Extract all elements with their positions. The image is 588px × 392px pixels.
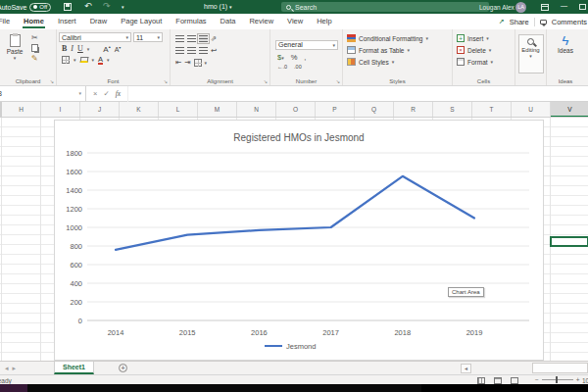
user-name[interactable]: Lougan Alex <box>479 4 514 11</box>
column-header-H[interactable]: H <box>2 102 41 118</box>
document-title[interactable]: hmo (1) ▾ <box>204 3 232 10</box>
align-middle-icon[interactable] <box>187 35 196 42</box>
format-cells-button[interactable]: Format▾ <box>455 56 513 68</box>
sheet-nav-left-icon[interactable]: ◂ <box>5 365 13 371</box>
sheet-tab-sheet1[interactable]: Sheet1 <box>54 362 94 374</box>
chart-object[interactable]: Registered HMOs in Jesmond02004006008001… <box>54 120 544 361</box>
column-header-M[interactable]: M <box>198 102 237 118</box>
tab-help[interactable]: Help <box>310 14 338 29</box>
decrease-indent-icon[interactable]: ⇤ <box>175 58 181 67</box>
maximize-icon[interactable] <box>579 4 586 10</box>
insert-cells-button[interactable]: + Insert▾ <box>455 32 513 44</box>
clipboard-launcher-icon[interactable]: ↘ <box>50 78 54 84</box>
merge-center-icon[interactable] <box>194 59 202 67</box>
conditional-formatting-button[interactable]: Conditional Formatting▾ <box>345 32 450 44</box>
font-color-icon[interactable]: A <box>98 56 103 65</box>
align-center-icon[interactable] <box>187 47 196 54</box>
tab-data[interactable]: Data <box>214 14 243 29</box>
format-painter-icon[interactable]: ✎ <box>31 54 38 63</box>
tab-file[interactable]: File <box>0 14 17 29</box>
insert-function-icon[interactable]: fx <box>116 89 121 98</box>
borders-icon[interactable] <box>62 56 70 64</box>
tab-draw[interactable]: Draw <box>83 14 115 29</box>
grow-font-button[interactable]: A▴ <box>103 44 110 54</box>
ideas-button[interactable]: ϟ Ideas <box>549 32 582 54</box>
autosave-toggle[interactable]: Off <box>29 3 51 12</box>
comments-button[interactable]: Comments <box>552 18 587 26</box>
align-top-icon[interactable] <box>175 35 184 42</box>
underline-button[interactable]: U <box>77 44 83 53</box>
tab-page-layout[interactable]: Page Layout <box>114 14 169 29</box>
column-header-L[interactable]: L <box>159 102 198 118</box>
column-header-Q[interactable]: Q <box>355 102 394 118</box>
increase-decimal-icon[interactable]: ←.0 <box>277 64 287 70</box>
paste-button[interactable]: Paste ▾ <box>3 34 26 61</box>
delete-cells-button[interactable]: × Delete▾ <box>455 44 513 56</box>
comma-style-icon[interactable]: , <box>304 53 306 62</box>
wrap-text-icon[interactable]: ↩ <box>211 46 217 55</box>
column-header-U[interactable]: U <box>512 102 551 118</box>
shrink-font-button[interactable]: A▾ <box>115 45 122 53</box>
borders-caret-icon[interactable]: ▾ <box>74 57 76 63</box>
paste-caret-icon[interactable]: ▾ <box>3 55 26 61</box>
font-size-select[interactable]: 11▾ <box>133 32 163 42</box>
share-button[interactable]: Share <box>510 18 529 26</box>
ribbon-display-options-icon[interactable] <box>541 4 549 11</box>
add-sheet-button[interactable]: + <box>119 364 127 372</box>
sheet-nav-right-icon[interactable]: ▸ <box>13 365 21 371</box>
tab-review[interactable]: Review <box>242 14 280 29</box>
column-header-S[interactable]: S <box>433 102 472 118</box>
alignment-launcher-icon[interactable]: ↘ <box>264 78 268 84</box>
increase-indent-icon[interactable]: ⇥ <box>184 58 190 67</box>
qat-customize-caret-icon[interactable]: ▾ <box>122 4 124 10</box>
column-header-P[interactable]: P <box>316 102 355 118</box>
zoom-percentage[interactable]: 100% <box>582 377 588 384</box>
column-header-N[interactable]: N <box>237 102 276 118</box>
format-as-table-button[interactable]: Format as Table▾ <box>345 44 450 56</box>
copy-icon[interactable] <box>31 44 38 52</box>
percent-style-icon[interactable]: % <box>291 53 298 62</box>
fill-color-icon[interactable] <box>79 57 88 63</box>
hscroll-left-icon[interactable]: ◂ <box>461 364 471 373</box>
column-header-O[interactable]: O <box>276 102 316 118</box>
column-header-K[interactable]: K <box>120 102 159 118</box>
orientation-icon[interactable]: ⇗ <box>211 34 217 43</box>
search-input[interactable]: Search <box>281 2 489 12</box>
name-box[interactable]: 8 ▾ <box>0 86 86 102</box>
zoom-slider[interactable] <box>542 379 573 380</box>
accounting-format-icon[interactable]: $▾ <box>277 53 284 62</box>
sheet-grid[interactable]: Registered HMOs in Jesmond02004006008001… <box>0 118 588 361</box>
normal-view-icon[interactable] <box>477 377 485 384</box>
fill-color-caret-icon[interactable]: ▾ <box>92 57 95 63</box>
font-family-select[interactable]: Calibri▾ <box>59 32 131 42</box>
zoom-out-icon[interactable]: − <box>535 376 539 383</box>
selected-cell[interactable] <box>550 236 588 247</box>
cut-icon[interactable]: ✂ <box>31 33 38 42</box>
zoom-in-icon[interactable]: + <box>576 376 580 383</box>
column-header-R[interactable]: R <box>394 102 433 118</box>
column-header-I[interactable]: I <box>41 102 80 118</box>
number-launcher-icon[interactable]: ↘ <box>336 78 340 84</box>
tab-view[interactable]: View <box>280 14 310 29</box>
undo-icon[interactable]: ↶ <box>84 1 92 11</box>
tab-home[interactable]: Home <box>17 14 51 29</box>
merge-caret-icon[interactable]: ▾ <box>205 60 208 66</box>
tab-insert[interactable]: Insert <box>51 14 83 29</box>
number-format-select[interactable]: General▾ <box>275 40 338 50</box>
page-layout-view-icon[interactable] <box>494 377 502 384</box>
column-header-V[interactable]: V <box>551 102 588 118</box>
enter-icon[interactable]: ✓ <box>103 89 109 98</box>
redo-icon[interactable]: ↷ <box>103 1 111 11</box>
align-right-icon[interactable] <box>199 47 208 54</box>
avatar[interactable]: LA <box>515 2 526 13</box>
hscroll-thumb[interactable] <box>532 363 588 373</box>
underline-caret-icon[interactable]: ▾ <box>87 46 90 52</box>
minimize-icon[interactable]: — <box>561 2 567 9</box>
page-break-view-icon[interactable] <box>511 377 518 384</box>
editing-button[interactable]: Editing ▾ <box>518 34 544 74</box>
font-launcher-icon[interactable]: ↘ <box>164 78 168 84</box>
tab-formulas[interactable]: Formulas <box>169 14 213 29</box>
decrease-decimal-icon[interactable]: .00 <box>294 64 302 70</box>
save-icon[interactable] <box>64 3 72 11</box>
cell-styles-button[interactable]: Cell Styles▾ <box>345 56 450 68</box>
